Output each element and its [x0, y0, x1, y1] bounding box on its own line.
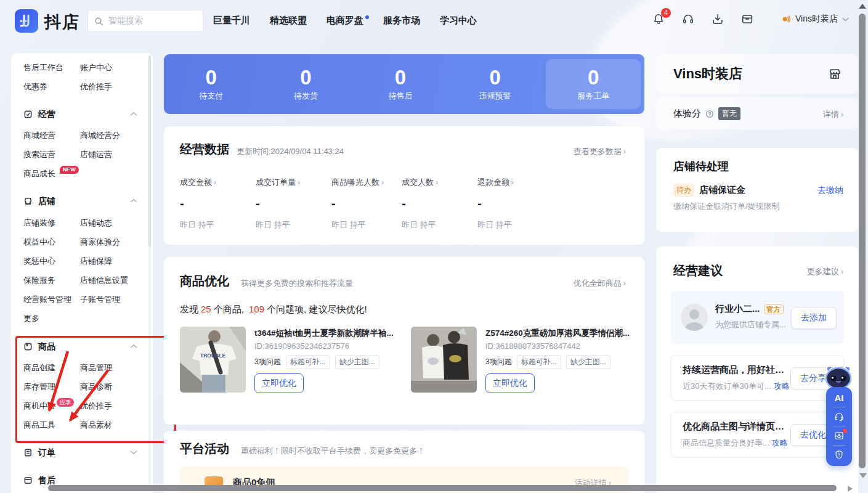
sidebar-item-search-operation[interactable]: 搜索运营 — [23, 150, 55, 159]
stat-pending-payment[interactable]: 0 待支付 — [164, 54, 259, 114]
help-icon[interactable] — [705, 110, 714, 118]
sidebar-item-price-promoter2[interactable]: 优价推手 — [80, 399, 112, 413]
stat-service-ticket[interactable]: 0 服务工单 — [546, 59, 641, 109]
metric-exposure[interactable]: 商品曝光人数› - 昨日 持平 — [331, 177, 384, 230]
product-image[interactable] — [411, 327, 477, 393]
sidebar-section-product[interactable]: 商品 — [23, 340, 55, 353]
add-assistant-button[interactable]: 去添加 — [791, 307, 837, 329]
sidebar-item-account-mgmt[interactable]: 经营账号管理 — [23, 295, 71, 304]
sidebar-item-product-manage[interactable]: 商品管理 — [80, 361, 112, 375]
security-shield-icon[interactable] — [834, 449, 845, 460]
bell-icon[interactable]: 4 — [652, 12, 665, 26]
storefront-icon[interactable] — [827, 67, 842, 81]
metric-buyers[interactable]: 成交人数› - 昨日 持平 — [402, 177, 438, 230]
customer-service-icon[interactable] — [834, 411, 845, 422]
sidebar-item-opportunity-center[interactable]: 商机中心 — [23, 401, 55, 410]
collapse-icon[interactable] — [130, 110, 137, 118]
experience-detail-link[interactable]: 详情› — [823, 109, 843, 120]
sidebar-item-stock-manage[interactable]: 库存管理 — [23, 382, 55, 391]
season-badge: 应季 — [57, 398, 74, 407]
optimize-now-button[interactable]: 立即优化 — [485, 373, 535, 393]
nav-compass[interactable]: 电商罗盘 — [327, 15, 363, 26]
topbar-icons: 4 — [652, 12, 754, 26]
sidebar-item-shop-info-settings[interactable]: 店铺信息设置 — [80, 274, 128, 287]
inbox-icon[interactable] — [834, 430, 845, 441]
sidebar-item-product-tools[interactable]: 商品工具 — [23, 420, 55, 430]
nav-service-market[interactable]: 服务市场 — [383, 15, 420, 26]
vertical-scrollbar-down-arrow[interactable] — [859, 473, 867, 478]
vertical-scrollbar-thumb[interactable] — [859, 14, 866, 468]
product-title[interactable]: t364#短袖t恤男士夏季新款潮牌半袖... — [254, 328, 401, 339]
sidebar-section-operation[interactable]: 经营 — [23, 107, 55, 121]
sidebar-item-price-promoter[interactable]: 优价推手 — [80, 80, 112, 94]
sidebar-item-product-create[interactable]: 商品创建 — [23, 363, 55, 372]
workbench-icon[interactable] — [740, 12, 754, 26]
stat-pending-aftersale[interactable]: 0 待售后 — [353, 54, 448, 114]
sidebar-item-product-growth[interactable]: 商品成长 — [23, 169, 55, 178]
shop-todo-title: 店铺待处理 — [673, 159, 729, 174]
shop-header-card: Vins时装店 — [656, 54, 858, 94]
sidebar-item-subaccount-mgmt[interactable]: 子账号管理 — [80, 293, 120, 306]
aftersale-section-icon — [23, 476, 33, 485]
product-optimize-card: 商品优化 获得更多免费的搜索和推荐流量 优化全部商品› 发现25个商品, 109… — [164, 257, 644, 425]
sidebar-item-product-diagnose[interactable]: 商品诊断 — [80, 380, 112, 394]
optimize-now-button[interactable]: 立即优化 — [254, 373, 304, 393]
sidebar-row: 售后工作台 账户中心 — [23, 61, 63, 75]
sidebar-item-shop-operation[interactable]: 店铺运营 — [80, 148, 112, 161]
shop-switcher[interactable]: Vins时装店 — [781, 14, 849, 25]
stat-violation-warning[interactable]: 0 违规预警 — [448, 54, 543, 114]
app-logo[interactable] — [15, 9, 38, 33]
headset-icon[interactable] — [681, 12, 695, 26]
metric-gmv[interactable]: 成交金额› - 昨日 持平 — [180, 177, 216, 230]
strategy-link[interactable]: 攻略 — [771, 438, 787, 447]
sidebar-item-aftersale-workbench[interactable]: 售后工作台 — [23, 63, 63, 72]
collapse-icon[interactable] — [130, 197, 137, 205]
sidebar-scrollbar-thumb[interactable] — [148, 55, 151, 246]
ai-assistant-button[interactable]: AI — [835, 393, 844, 403]
metric-refund[interactable]: 退款金额› - 昨日 持平 — [477, 177, 514, 230]
stat-pending-shipment[interactable]: 0 待发货 — [259, 54, 354, 114]
optimize-all-link[interactable]: 优化全部商品› — [574, 278, 626, 289]
search-input[interactable]: 智能搜索 — [87, 10, 203, 32]
metric-orders[interactable]: 成交订单量› - 昨日 持平 — [256, 177, 300, 230]
sidebar-row: 更多 — [23, 312, 39, 325]
sidebar-item-coupon[interactable]: 优惠券 — [23, 82, 47, 91]
expand-icon[interactable] — [130, 449, 137, 456]
sidebar-item-shop-guarantee[interactable]: 店铺保障 — [80, 255, 112, 268]
sidebar-item-mall-operation[interactable]: 商城经营 — [23, 131, 55, 140]
sidebar-item-merchant-score[interactable]: 商家体验分 — [80, 235, 120, 249]
sidebar-item-shop-decorate[interactable]: 店铺装修 — [23, 218, 55, 227]
pay-deposit-link[interactable]: 去缴纳 — [817, 185, 843, 196]
sidebar-section-shop[interactable]: 店铺 — [23, 194, 55, 208]
sidebar-item-rights-center[interactable]: 权益中心 — [23, 237, 55, 246]
suggestion-optimize-images: 优化商品主图与详情页，... 商品信息质量分良好率... 攻略 去优化 — [671, 412, 844, 457]
issue-count-label: 3项问题 — [254, 357, 281, 367]
sidebar-item-shop-news[interactable]: 店铺动态 — [80, 216, 112, 230]
chevron-right-icon: › — [298, 177, 300, 187]
strategy-link[interactable]: 攻略 — [773, 381, 789, 391]
sidebar-item-mall-score[interactable]: 商城经营分 — [80, 129, 120, 142]
product-image[interactable]: TROUBLE — [180, 327, 246, 393]
sidebar-row: 商品创建 商品管理 — [23, 361, 55, 375]
nav-learning-center[interactable]: 学习中心 — [440, 15, 477, 26]
sidebar-item-more[interactable]: 更多 — [23, 314, 39, 323]
chevron-down-icon — [842, 17, 849, 22]
nav-alliance[interactable]: 精选联盟 — [270, 15, 307, 26]
issue-product-count: 25 — [201, 304, 211, 314]
collapse-icon[interactable] — [130, 343, 137, 350]
more-suggestions-link[interactable]: 更多建议› — [807, 266, 843, 277]
horizontal-scrollbar-right-arrow[interactable] — [848, 486, 853, 492]
product-title[interactable]: Z574#260克重磅加厚港风夏季情侣潮... — [485, 328, 632, 339]
sidebar-item-account-center[interactable]: 账户中心 — [80, 61, 112, 75]
vertical-scrollbar-up-arrow[interactable] — [859, 4, 866, 9]
nav-qianchuan[interactable]: 巨量千川 — [213, 15, 250, 26]
view-more-data-link[interactable]: 查看更多数据› — [574, 146, 626, 157]
sidebar-item-product-material[interactable]: 商品素材 — [80, 418, 112, 432]
download-icon[interactable] — [711, 12, 724, 26]
sidebar-item-reward-punish[interactable]: 奖惩中心 — [23, 256, 55, 266]
chevron-right-icon: › — [623, 279, 626, 288]
sidebar-section-order[interactable]: 订单 — [23, 446, 55, 459]
horizontal-scrollbar-thumb[interactable] — [48, 485, 837, 491]
sidebar-item-insurance[interactable]: 保险服务 — [23, 275, 55, 285]
shop-status-icon — [781, 14, 791, 24]
